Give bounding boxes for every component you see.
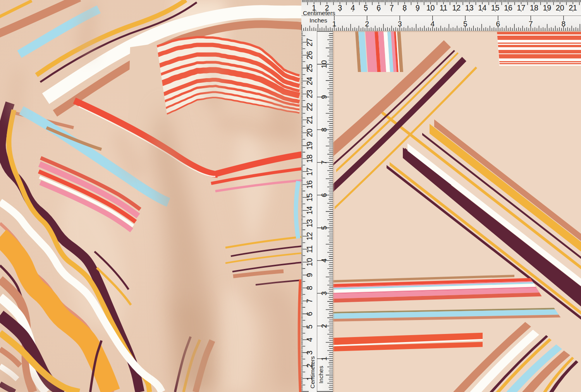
svg-text:8: 8 [402,3,407,12]
svg-text:8: 8 [320,128,328,132]
svg-text:5: 5 [305,325,314,329]
svg-text:3: 3 [320,291,328,296]
svg-text:11: 11 [440,3,447,12]
svg-text:25: 25 [305,64,314,72]
svg-text:Inches: Inches [318,366,324,383]
svg-text:8: 8 [562,20,566,28]
svg-text:1: 1 [320,357,328,361]
svg-text:24: 24 [305,77,314,85]
svg-text:4: 4 [351,3,355,12]
svg-text:19: 19 [543,3,551,12]
svg-text:7: 7 [320,160,328,164]
svg-text:14: 14 [478,3,486,12]
svg-text:3: 3 [305,351,314,355]
svg-text:26: 26 [305,51,314,60]
svg-text:13: 13 [305,219,314,228]
svg-text:20: 20 [305,128,314,137]
svg-text:7: 7 [390,3,394,12]
svg-text:5: 5 [320,226,328,230]
svg-text:15: 15 [491,3,500,12]
svg-text:6: 6 [305,312,314,316]
svg-text:6: 6 [320,193,328,197]
svg-text:10: 10 [320,60,328,68]
svg-text:2: 2 [320,324,328,328]
svg-text:21: 21 [569,3,577,12]
svg-text:15: 15 [305,193,314,202]
svg-text:4: 4 [305,337,314,342]
svg-text:4: 4 [430,20,435,28]
svg-text:10: 10 [305,258,314,266]
svg-text:5: 5 [364,3,368,12]
svg-text:9: 9 [305,273,314,277]
svg-text:13: 13 [465,3,474,12]
svg-text:20: 20 [556,3,564,12]
svg-text:9: 9 [416,3,420,12]
svg-text:18: 18 [530,3,538,12]
svg-text:Centimeters: Centimeters [303,10,335,16]
svg-text:21: 21 [305,116,314,124]
svg-text:17: 17 [305,168,314,176]
svg-text:27: 27 [305,38,314,46]
svg-text:5: 5 [463,20,468,28]
svg-text:18: 18 [305,154,314,163]
svg-text:16: 16 [305,180,314,189]
svg-text:10: 10 [426,3,435,12]
svg-text:12: 12 [305,232,314,241]
svg-text:7: 7 [529,20,533,28]
svg-text:23: 23 [305,90,314,98]
svg-text:17: 17 [517,3,526,12]
svg-text:Centimeters: Centimeters [309,356,316,389]
svg-text:2: 2 [365,20,369,28]
svg-text:6: 6 [496,20,500,28]
svg-text:8: 8 [305,286,314,290]
svg-text:6: 6 [376,3,381,12]
svg-text:19: 19 [305,142,314,150]
svg-text:3: 3 [338,3,342,12]
svg-text:12: 12 [452,3,461,12]
svg-text:3: 3 [398,20,402,28]
svg-text:11: 11 [305,245,314,253]
svg-text:22: 22 [305,103,314,111]
svg-text:Inches: Inches [309,17,327,24]
svg-text:9: 9 [320,95,328,99]
svg-text:16: 16 [504,3,512,12]
svg-text:7: 7 [305,299,314,303]
svg-text:4: 4 [320,258,328,263]
svg-text:1: 1 [332,20,337,28]
svg-text:14: 14 [305,206,314,215]
